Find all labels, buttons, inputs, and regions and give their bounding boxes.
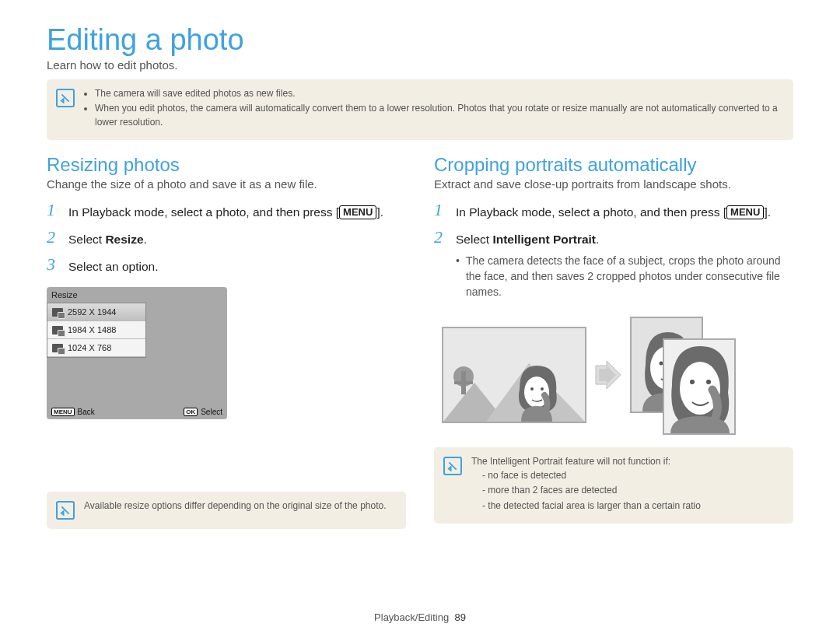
steps-list-right: 1 In Playback mode, select a photo, and … bbox=[434, 201, 793, 307]
footer-back-label: Back bbox=[78, 408, 95, 416]
svg-point-8 bbox=[530, 387, 534, 391]
note-item: no face is detected bbox=[482, 469, 701, 482]
note-item: the detected facial area is larger than … bbox=[482, 499, 701, 513]
svg-point-18 bbox=[690, 380, 695, 384]
top-note-box: The camera will save edited photos as ne… bbox=[47, 79, 793, 140]
step-item: 2 Select Resize. bbox=[47, 229, 406, 248]
landscape-photo-illustration bbox=[442, 327, 586, 423]
svg-rect-5 bbox=[454, 381, 473, 384]
step-fragment: . bbox=[144, 233, 147, 246]
right-note-text: The Intelligent Portrait feature will no… bbox=[471, 455, 701, 514]
right-column: Cropping portraits automatically Extract… bbox=[434, 154, 793, 543]
footer-select-label: Select bbox=[201, 408, 222, 416]
step-fragment: Select bbox=[68, 233, 105, 246]
step-text: Select an option. bbox=[68, 256, 158, 275]
step-item: 1 In Playback mode, select a photo, and … bbox=[47, 201, 406, 221]
section-heading-cropping: Cropping portraits automatically bbox=[434, 154, 793, 176]
step-number: 3 bbox=[47, 256, 61, 273]
content-columns: Resizing photos Change the size of a pho… bbox=[47, 154, 793, 543]
step-item: 1 In Playback mode, select a photo, and … bbox=[434, 201, 793, 221]
portrait-crops bbox=[630, 317, 739, 433]
menu-item-label: 1024 X 768 bbox=[68, 343, 111, 352]
menu-button-label: MENU bbox=[339, 205, 376, 219]
image-size-icon bbox=[52, 308, 63, 317]
resize-menu-screenshot: Resize 2592 X 1944 1984 X 1488 1024 X 76… bbox=[47, 287, 227, 419]
note-icon bbox=[56, 89, 75, 107]
step-text: Select Intelligent Portrait. The camera … bbox=[456, 229, 793, 300]
portrait-illustration bbox=[434, 317, 793, 433]
step-fragment: Select bbox=[456, 233, 492, 246]
cropped-portrait bbox=[663, 338, 736, 435]
step-fragment: In Playback mode, select a photo, and th… bbox=[68, 205, 339, 219]
step-fragment: ]. bbox=[764, 205, 771, 219]
note-icon bbox=[443, 457, 462, 475]
ok-tag-icon: OK bbox=[184, 408, 198, 416]
step-bold: Resize bbox=[105, 233, 143, 246]
step-item: 3 Select an option. bbox=[47, 256, 406, 275]
step-bullets: The camera detects the face of a subject… bbox=[456, 253, 793, 300]
left-note-box: Available resize options differ dependin… bbox=[47, 492, 406, 529]
step-number: 2 bbox=[434, 229, 448, 246]
step-text: In Playback mode, select a photo, and th… bbox=[456, 201, 771, 221]
note-icon bbox=[56, 501, 75, 520]
step-number: 2 bbox=[47, 229, 61, 246]
page-footer: Playback/Editing 89 bbox=[0, 611, 840, 623]
menu-button-label: MENU bbox=[726, 205, 764, 219]
menu-title: Resize bbox=[51, 290, 78, 299]
step-number: 1 bbox=[434, 201, 448, 219]
step-fragment: . bbox=[596, 233, 599, 246]
image-size-icon bbox=[52, 326, 63, 335]
step-number: 1 bbox=[47, 201, 61, 219]
screen-footer: MENUBack OKSelect bbox=[47, 408, 227, 416]
note-bullet: The camera will save edited photos as ne… bbox=[95, 87, 784, 100]
left-note-text: Available resize options differ dependin… bbox=[84, 499, 387, 513]
step-fragment: ]. bbox=[376, 205, 383, 219]
top-note-text: The camera will save edited photos as ne… bbox=[84, 87, 784, 131]
step-text: In Playback mode, select a photo, and th… bbox=[68, 201, 383, 221]
image-size-icon bbox=[52, 344, 63, 352]
note-item: more than 2 faces are detected bbox=[482, 484, 701, 497]
steps-list-left: 1 In Playback mode, select a photo, and … bbox=[47, 201, 406, 282]
menu-item: 1024 X 768 bbox=[47, 339, 145, 357]
page-number: 89 bbox=[454, 611, 465, 623]
section-heading-resizing: Resizing photos bbox=[47, 154, 406, 176]
menu-panel: 2592 X 1944 1984 X 1488 1024 X 768 bbox=[47, 303, 146, 358]
arrow-icon bbox=[594, 359, 622, 391]
step-bold: Intelligent Portrait bbox=[492, 233, 596, 246]
page-title: Editing a photo bbox=[47, 23, 793, 57]
svg-point-19 bbox=[706, 380, 711, 384]
step-fragment: In Playback mode, select a photo, and th… bbox=[456, 205, 726, 219]
menu-item-label: 1984 X 1488 bbox=[68, 325, 116, 335]
footer-select: OKSelect bbox=[184, 408, 222, 416]
menu-item-label: 2592 X 1944 bbox=[68, 307, 116, 317]
right-note-box: The Intelligent Portrait feature will no… bbox=[434, 447, 793, 524]
svg-point-9 bbox=[541, 387, 544, 391]
note-intro: The Intelligent Portrait feature will no… bbox=[471, 456, 670, 467]
page-subtitle: Learn how to edit photos. bbox=[47, 58, 793, 72]
section-sub-resizing: Change the size of a photo and save it a… bbox=[47, 177, 406, 191]
step-bullet: The camera detects the face of a subject… bbox=[466, 253, 793, 300]
left-column: Resizing photos Change the size of a pho… bbox=[47, 154, 406, 543]
menu-tag-icon: MENU bbox=[51, 408, 75, 416]
footer-section: Playback/Editing bbox=[374, 611, 449, 623]
document-page: Editing a photo Learn how to edit photos… bbox=[0, 0, 840, 634]
note-bullet: When you edit photos, the camera will au… bbox=[95, 102, 784, 129]
step-item: 2 Select Intelligent Portrait. The camer… bbox=[434, 229, 793, 300]
menu-item: 1984 X 1488 bbox=[47, 321, 145, 339]
step-text: Select Resize. bbox=[68, 229, 147, 248]
footer-back: MENUBack bbox=[51, 408, 95, 416]
menu-item: 2592 X 1944 bbox=[47, 303, 145, 321]
section-sub-cropping: Extract and save close-up portraits from… bbox=[434, 177, 793, 191]
